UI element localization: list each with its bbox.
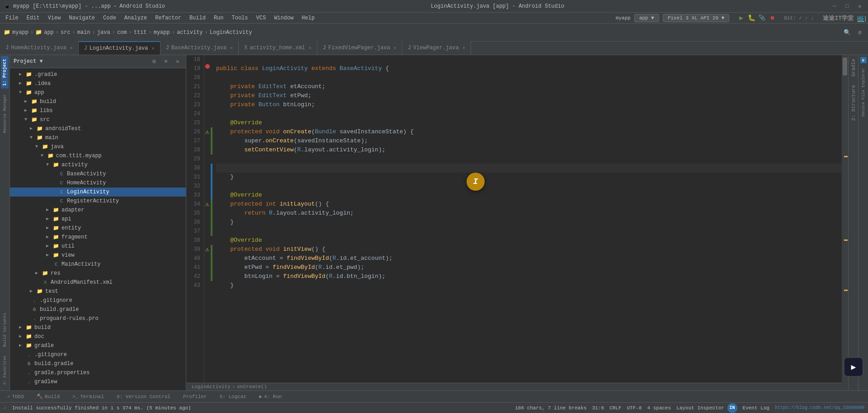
settings-btn[interactable]: ⚙: [855, 28, 864, 37]
tree-item-activity-folder[interactable]: ▼ 📁 activity: [10, 160, 186, 169]
bottom-tab-todo[interactable]: ✓ TODO: [4, 393, 28, 400]
status-position[interactable]: 31:6: [592, 405, 604, 411]
panel-z-structure[interactable]: Z: Structure: [849, 81, 858, 124]
code-area[interactable]: 18 19 20 21 22 23 24 25 26 27 28 29 30 3…: [186, 55, 848, 383]
tab-baseactivity[interactable]: J BaseActivity.java ✕: [160, 41, 239, 55]
tab-loginactivity[interactable]: J LoginActivity.java ✕: [79, 41, 160, 55]
run-button[interactable]: ▶: [736, 14, 745, 23]
tree-item-gradlew[interactable]: ▶ . gradlew: [10, 377, 186, 386]
code-editor[interactable]: 18 19 20 21 22 23 24 25 26 27 28 29 30 3…: [186, 55, 848, 390]
panel-build-variants[interactable]: Build Variants: [1, 309, 9, 351]
status-event-log[interactable]: Event Log: [743, 405, 769, 411]
menu-run[interactable]: Run: [210, 14, 227, 22]
tree-item-androidtest[interactable]: ▶ 📁 androidTest: [10, 124, 186, 133]
tree-item-entity[interactable]: ▶ 📁 entity: [10, 224, 186, 233]
device-file-explorer-icon[interactable]: D: [860, 57, 867, 63]
tree-item-idea[interactable]: ▶ 📁 .idea: [10, 79, 186, 88]
tab-viewpager-close[interactable]: ✕: [462, 45, 465, 51]
tab-viewpager[interactable]: J ViewPager.java ✕: [402, 41, 471, 55]
tree-item-gitignore-root[interactable]: ▶ . .gitignore: [10, 350, 186, 359]
breadcrumb-myapp-label[interactable]: myapp: [12, 29, 28, 36]
tree-item-app[interactable]: ▼ 📁 app: [10, 88, 186, 97]
panel-favorites[interactable]: 2: Favorites: [1, 352, 9, 389]
tree-item-libs[interactable]: ▶ 📁 libs: [10, 106, 186, 115]
device-btn[interactable]: Pixel 3 XL API 29 ▼: [663, 14, 729, 22]
bottom-tab-vcs[interactable]: 9: Version Control: [113, 393, 174, 400]
menu-refactor[interactable]: Refactor: [151, 14, 185, 22]
scrollbar-thumb[interactable]: [843, 57, 847, 75]
menu-edit[interactable]: Edit: [23, 14, 43, 22]
tab-loginactivity-close[interactable]: ✕: [151, 46, 154, 51]
panel-device-file-explorer[interactable]: Device File Explorer: [860, 64, 867, 120]
tab-baseactivity-close[interactable]: ✕: [230, 45, 233, 51]
tree-item-baseactivity[interactable]: ▶ C BaseActivity: [10, 169, 186, 178]
close-button[interactable]: ✕: [855, 2, 864, 11]
breadcrumb-com[interactable]: com: [117, 29, 127, 36]
tree-item-build-gradle-app[interactable]: ▶ G build.gradle: [10, 305, 186, 314]
breadcrumb-myapp[interactable]: 📁: [4, 29, 10, 36]
attach-button[interactable]: 📎: [757, 14, 766, 23]
project-collapse-icon[interactable]: ≡: [161, 57, 170, 66]
tree-item-view[interactable]: ▶ 📁 view: [10, 251, 186, 260]
tree-item-loginactivity[interactable]: ▶ C LoginActivity: [10, 188, 186, 197]
breadcrumb-loginactivity[interactable]: LoginActivity: [210, 29, 252, 36]
breadcrumb-activity[interactable]: activity: [177, 29, 203, 36]
tree-item-res[interactable]: ▶ 📁 res: [10, 269, 186, 278]
tab-homeactivity[interactable]: J HomeActivity.java ✕: [0, 41, 79, 55]
breadcrumb-myapp2[interactable]: myapp: [154, 29, 170, 36]
breadcrumb-ttit[interactable]: ttit: [134, 29, 147, 36]
menu-help[interactable]: Help: [298, 14, 318, 22]
tree-item-homeactivity[interactable]: ▶ C HomeActivity: [10, 178, 186, 188]
menu-vcs[interactable]: VCS: [253, 14, 270, 22]
menu-tools[interactable]: Tools: [228, 14, 252, 22]
video-float-btn[interactable]: ▶: [844, 357, 863, 377]
tree-item-gradle[interactable]: ▶ 📁 .gradle: [10, 70, 186, 79]
float-indicator[interactable]: I: [467, 173, 485, 191]
tab-homeactivity-close[interactable]: ✕: [70, 45, 73, 51]
tree-item-build-root[interactable]: ▶ 📁 build: [10, 323, 186, 332]
menu-navigate[interactable]: Navigate: [65, 14, 99, 22]
tab-fixedviewpager-close[interactable]: ✕: [394, 45, 396, 51]
menu-code[interactable]: Code: [99, 14, 120, 22]
breadcrumb-src[interactable]: src: [61, 29, 71, 36]
breadcrumb-main[interactable]: main: [77, 29, 90, 36]
tree-item-adapter[interactable]: ▶ 📁 adapter: [10, 206, 186, 215]
status-indent[interactable]: 4 spaces: [647, 405, 671, 411]
tree-item-androidmanifest[interactable]: ▶ X AndroidManifest.xml: [10, 278, 186, 287]
project-settings-icon[interactable]: ⚙: [150, 57, 159, 66]
panel-1-project[interactable]: 1: Project: [1, 56, 9, 89]
project-tree[interactable]: ▶ 📁 .gradle ▶ 📁 .idea ▼ 📁 app ▶ 📁 build …: [10, 68, 186, 390]
tree-item-proguard[interactable]: ▶ . proguard-rules.pro: [10, 314, 186, 323]
panel-gradle[interactable]: Gradle: [849, 55, 858, 80]
tree-item-doc[interactable]: ▶ 📁 doc: [10, 332, 186, 341]
bottom-tab-run[interactable]: ▶ 4: Run: [255, 393, 285, 400]
tree-item-registeractivity[interactable]: ▶ C RegisterActivity: [10, 197, 186, 206]
status-layout-inspector[interactable]: Layout Inspector IN: [676, 403, 737, 413]
tree-item-java[interactable]: ▼ 📁 java: [10, 142, 186, 151]
panel-resource-manager[interactable]: Resource Manager: [1, 90, 9, 136]
breadcrumb-app[interactable]: 📁: [35, 29, 42, 36]
menu-window[interactable]: Window: [270, 14, 297, 22]
menu-view[interactable]: View: [44, 14, 65, 22]
tree-item-mainactivity[interactable]: ▶ C MainActivity: [10, 260, 186, 269]
bottom-tab-logcat[interactable]: 5: Logcat: [216, 393, 250, 400]
menu-file[interactable]: File: [2, 14, 22, 22]
search-everywhere-btn[interactable]: 🔍: [843, 28, 852, 37]
tree-item-src[interactable]: ▼ 📁 src: [10, 115, 186, 124]
tree-item-main[interactable]: ▼ 📁 main: [10, 133, 186, 142]
minimize-button[interactable]: —: [830, 2, 839, 11]
debug-button[interactable]: 🐛: [747, 14, 756, 23]
tree-item-gradle-properties[interactable]: ▶ . gradle.properties: [10, 368, 186, 377]
breadcrumb-app-label[interactable]: app: [44, 29, 54, 36]
tree-item-util[interactable]: ▶ 📁 util: [10, 242, 186, 251]
tree-item-api[interactable]: ▶ 📁 api: [10, 215, 186, 224]
status-encoding[interactable]: UTF-8: [627, 405, 642, 411]
tree-item-package[interactable]: ▼ 📁 com.ttit.myapp: [10, 151, 186, 160]
bottom-tab-terminal[interactable]: >_ Terminal: [69, 393, 108, 400]
tree-item-build-gradle-root[interactable]: ▶ G build.gradle: [10, 359, 186, 368]
breadcrumb-java[interactable]: java: [97, 29, 110, 36]
code-lines[interactable]: public class LoginActivity extends BaseA…: [212, 55, 848, 383]
tree-item-gradle-root[interactable]: ▶ 📁 gradle: [10, 341, 186, 350]
tab-xml-close[interactable]: ✕: [309, 45, 311, 51]
tree-item-test[interactable]: ▶ 📁 test: [10, 287, 186, 296]
